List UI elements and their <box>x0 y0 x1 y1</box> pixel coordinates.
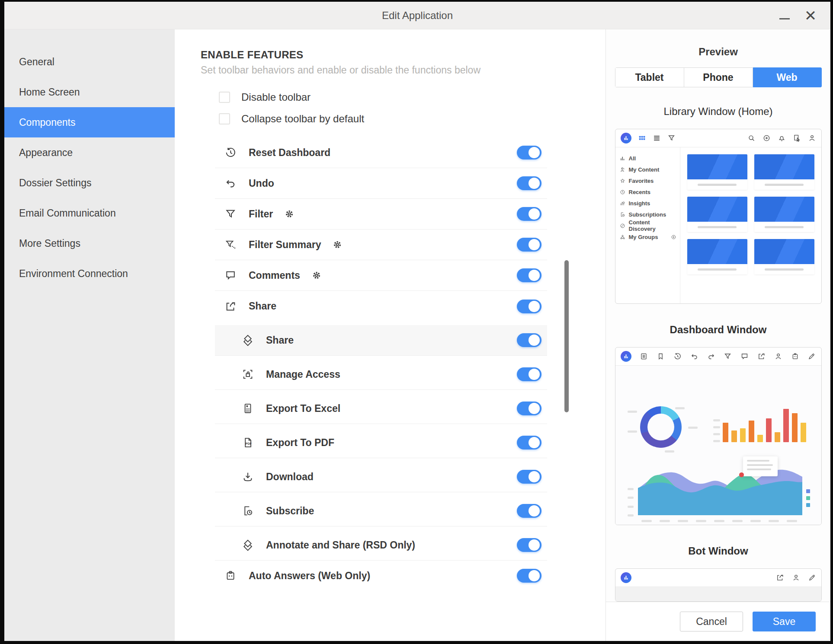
feature-list-scrollbar[interactable] <box>564 260 569 412</box>
bot-window-title: Bot Window <box>688 545 748 557</box>
preview-panel: Preview Tablet Phone Web Library Window … <box>606 29 830 641</box>
feature-label: Annotate and Share (RSD Only) <box>266 539 415 551</box>
donut-label-line <box>688 427 698 429</box>
auto-answers-toggle[interactable] <box>517 569 541 583</box>
annotate-share-toggle[interactable] <box>517 538 541 552</box>
bar-axis-tick <box>713 426 720 428</box>
legend-swatch <box>806 496 810 500</box>
sidebar-item-email-communication[interactable]: Email Communication <box>4 198 175 228</box>
area-axis-tick <box>628 506 634 508</box>
library-window-preview: All My Content Favorites Recents Insight… <box>615 129 822 304</box>
sidebar-item-more-settings[interactable]: More Settings <box>4 228 175 258</box>
auto-answers-icon <box>791 352 799 360</box>
sidebar-item-components[interactable]: Components <box>4 107 175 137</box>
filter-summary-settings-gear-icon[interactable] <box>332 239 343 250</box>
comments-settings-gear-icon[interactable] <box>311 270 322 281</box>
export-excel-toggle[interactable] <box>517 402 541 415</box>
comment-icon <box>740 352 749 360</box>
collapse-toolbar-label: Collapse toolbar by default <box>241 113 364 125</box>
save-button[interactable]: Save <box>753 612 816 631</box>
library-nav-recents: Recents <box>620 186 676 198</box>
annotate-layers-icon <box>242 334 255 347</box>
bar <box>766 418 772 442</box>
feature-label: Undo <box>249 178 274 189</box>
dashboard-window-title: Dashboard Window <box>670 324 767 336</box>
filter-settings-gear-icon[interactable] <box>284 209 295 219</box>
close-button[interactable]: ✕ <box>800 2 821 29</box>
sidebar-item-appearance[interactable]: Appearance <box>4 137 175 168</box>
disable-toolbar-checkbox[interactable] <box>219 92 230 103</box>
toc-icon <box>640 352 648 360</box>
donut-label-line <box>628 411 637 413</box>
share-toggle[interactable] <box>517 300 541 313</box>
sidebar-item-dossier-settings[interactable]: Dossier Settings <box>4 168 175 198</box>
bookmark-icon <box>657 352 665 360</box>
collapse-toolbar-checkbox[interactable] <box>219 113 230 124</box>
edit-application-dialog: Edit Application ✕ General Home Screen C… <box>4 2 830 641</box>
data-point-marker <box>739 472 744 477</box>
sidebar-item-environment-connection[interactable]: Environment Connection <box>4 258 175 289</box>
filter-summary-icon <box>224 238 237 251</box>
feature-row-comments: Comments <box>215 260 547 291</box>
filter-toggle[interactable] <box>517 207 541 221</box>
bar <box>740 428 746 442</box>
library-logo-icon <box>621 351 631 362</box>
bar <box>757 435 763 442</box>
feature-label: Export To PDF <box>266 437 334 449</box>
title-bar: Edit Application ✕ <box>4 2 830 29</box>
chart-tooltip <box>743 456 778 476</box>
subscribe-toggle[interactable] <box>517 504 541 518</box>
share-icon <box>757 352 766 360</box>
download-toggle[interactable] <box>517 470 541 484</box>
legend-swatch <box>806 503 810 507</box>
feature-label: Share <box>266 335 294 346</box>
comments-toggle[interactable] <box>517 268 541 282</box>
area-axis-tick <box>628 497 634 499</box>
content-tile <box>754 154 814 190</box>
cancel-button[interactable]: Cancel <box>680 612 743 631</box>
legend-swatch <box>806 489 810 493</box>
reset-dashboard-toggle[interactable] <box>517 146 541 159</box>
feature-row-auto-answers: Auto Answers (Web Only) <box>215 561 547 585</box>
collapse-toolbar-row: Collapse toolbar by default <box>219 108 606 130</box>
page-cursor-icon <box>793 134 801 142</box>
filter-icon <box>667 134 676 142</box>
close-icon: ✕ <box>804 7 817 24</box>
share-sub-toggle[interactable] <box>517 333 541 347</box>
tab-web[interactable]: Web <box>753 67 822 87</box>
filter-summary-toggle[interactable] <box>517 238 541 252</box>
account-icon <box>808 134 816 142</box>
feature-label: Download <box>266 471 314 483</box>
manage-access-toggle[interactable] <box>517 367 541 381</box>
feature-label: Comments <box>249 270 300 281</box>
sidebar-item-home-screen[interactable]: Home Screen <box>4 77 175 107</box>
feature-row-annotate-share: Annotate and Share (RSD Only) <box>215 530 547 561</box>
x-axis-tick <box>641 520 652 522</box>
settings-nav: General Home Screen Components Appearanc… <box>4 29 175 641</box>
account-icon <box>792 574 800 582</box>
x-axis-tick <box>732 520 743 522</box>
bot-window-preview <box>615 568 822 602</box>
bar <box>749 421 754 442</box>
content-tile <box>687 239 747 274</box>
feature-row-filter-summary: Filter Summary <box>215 230 547 260</box>
minimize-button[interactable] <box>775 2 794 29</box>
library-logo-icon <box>621 572 631 583</box>
export-pdf-toggle[interactable] <box>517 436 541 450</box>
sidebar-item-general[interactable]: General <box>4 47 175 77</box>
components-settings-panel: ENABLE FEATURES Set toolbar behaviors an… <box>175 29 606 641</box>
minimize-icon <box>779 18 790 19</box>
bar <box>723 423 728 442</box>
tab-phone[interactable]: Phone <box>684 67 753 87</box>
feature-row-undo: Undo <box>215 168 547 199</box>
bot-preview-toolbar <box>615 569 821 587</box>
subscribe-icon <box>242 504 255 517</box>
undo-toggle[interactable] <box>517 176 541 190</box>
x-axis-tick <box>660 520 670 522</box>
bar-axis-tick <box>713 433 720 435</box>
edit-pencil-icon <box>808 574 816 582</box>
feature-label: Export To Excel <box>266 403 340 414</box>
filter-icon <box>724 352 732 360</box>
tab-tablet[interactable]: Tablet <box>615 67 684 87</box>
feature-row-share-sub: Share <box>215 325 547 356</box>
